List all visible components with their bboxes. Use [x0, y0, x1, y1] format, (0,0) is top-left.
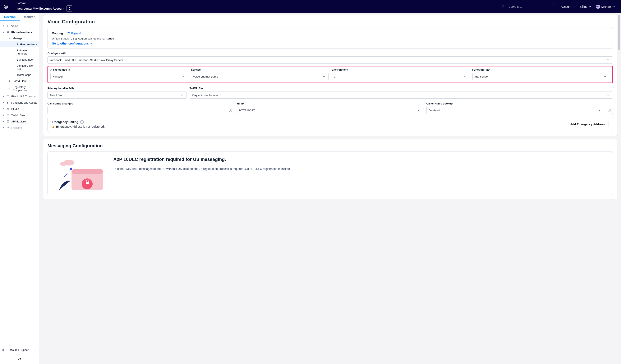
user-name-label: Michael [601, 5, 611, 8]
http-label: HTTP [237, 102, 423, 105]
sidebar-item-label: Voice [11, 24, 37, 28]
svg-point-23 [69, 33, 69, 33]
emergency-title: Emergency Calling [52, 120, 78, 124]
sidebar-item-label: TwiML Bins [11, 114, 37, 117]
fn-icon [6, 101, 10, 104]
sidebar-item-twiml-bins[interactable]: TwiML Bins [0, 112, 39, 118]
svg-point-19 [34, 348, 35, 349]
phone-icon [6, 24, 10, 28]
regional-chip: Regional [65, 31, 83, 35]
routing-status-text: United States (US1) Region call routing … [52, 37, 608, 40]
sidebar-item-phone-numbers[interactable]: Phone Numbers [0, 29, 39, 35]
chevron-down-icon [603, 75, 608, 78]
network-icon [67, 32, 70, 34]
a2p-title: A2P 10DLC registration required for US m… [113, 157, 608, 162]
highlighted-function-row: A call comes in Function Service voice-c… [48, 66, 613, 83]
chevron-right-icon [2, 25, 5, 27]
account-switcher-button[interactable] [67, 5, 72, 12]
sidebar-item-active-numbers[interactable]: Active numbers [0, 41, 39, 48]
kebab-menu-icon[interactable] [33, 347, 37, 353]
sidebar-item-label: Port & Host [13, 79, 37, 83]
chevron-right-icon [2, 114, 5, 116]
chevron-down-icon [605, 59, 611, 61]
jump-to-search[interactable] [500, 3, 554, 10]
configure-with-label: Configure with [48, 52, 613, 55]
scrollbar-thumb[interactable] [618, 15, 620, 50]
sidebar: Develop Monitor VoicePhone NumbersManage… [0, 13, 39, 364]
add-emergency-address-button[interactable]: Add Emergency Address [567, 121, 608, 128]
sidebar-item-port-host[interactable]: Port & Host [0, 78, 39, 84]
studio-icon [6, 107, 10, 111]
user-menu[interactable]: MC Michael [593, 5, 617, 9]
service-select[interactable]: voice-chatgpt-demo [191, 73, 329, 80]
globe-icon [2, 348, 5, 352]
sidebar-item-twiml-apps[interactable]: TwiML apps [0, 72, 39, 78]
collapse-sidebar-button[interactable] [0, 354, 39, 364]
account-link[interactable]: mcarpenter@twilio.com's Account [17, 7, 64, 10]
svg-point-25 [69, 34, 69, 34]
call-status-input[interactable] [48, 107, 227, 114]
twiml-bin-select[interactable]: Play epic sax forever [190, 92, 613, 99]
sidebar-item-verified-caller-ids[interactable]: Verified Caller IDs [0, 63, 39, 72]
primary-handler-select[interactable]: Twiml Bin [48, 92, 187, 99]
svg-rect-13 [8, 108, 9, 109]
twiml-bin-value: Play epic sax forever [192, 94, 606, 97]
call-status-label: Call status changes [48, 102, 234, 105]
sidebar-item-voice[interactable]: Voice [0, 23, 39, 29]
environment-select[interactable]: ui [332, 73, 469, 80]
account-menu-label: Account [561, 5, 571, 8]
info-icon[interactable]: i [606, 107, 613, 114]
sidebar-item-buy-a-number[interactable]: Buy a number [0, 57, 39, 63]
svg-rect-11 [7, 96, 9, 97]
routing-label: Routing [52, 32, 63, 35]
chevron-right-icon [2, 95, 5, 97]
billing-menu[interactable]: Billing [577, 5, 593, 8]
sip-icon [6, 95, 10, 98]
sidebar-item-studio[interactable]: Studio [0, 106, 39, 112]
routing-card: Routing Regional United States (US1) Reg… [48, 28, 613, 49]
chevron-down-icon [321, 75, 326, 78]
twiml-bin-label: TwiML Bin [190, 87, 613, 90]
sidebar-item-manage[interactable]: Manage [0, 35, 39, 41]
sidebar-item-label: Functions and Assets [11, 101, 37, 104]
chevron-right-icon [2, 127, 5, 129]
page-title: Voice Configuration [48, 19, 613, 25]
sidebar-item-label: Studio [11, 107, 37, 111]
a-call-comes-in-select[interactable]: Function [50, 73, 188, 80]
search-input[interactable] [507, 3, 554, 10]
go-other-config-label: Go to other configurations [52, 42, 89, 45]
svg-point-0 [4, 5, 8, 8]
sidebar-item-frontline[interactable]: Frontline [0, 125, 39, 131]
sidebar-item-label: Verified Caller IDs [17, 64, 37, 70]
sidebar-item-api-explorer[interactable]: API Explorer [0, 118, 39, 125]
chevron-right-icon [2, 108, 5, 110]
http-method-select[interactable]: HTTP POST [237, 107, 423, 114]
search-icon[interactable] [500, 3, 507, 10]
chevron-down-icon [8, 37, 11, 39]
sidebar-item-released-numbers[interactable]: Released numbers [0, 48, 39, 57]
a-call-comes-in-label: A call comes in [50, 68, 188, 71]
go-other-config-link[interactable]: Go to other configurations [52, 42, 608, 45]
sidebar-nav: VoicePhone NumbersManageActive numbersRe… [0, 21, 39, 345]
svg-rect-16 [7, 120, 9, 122]
caller-lookup-select[interactable]: Disabled [426, 107, 604, 114]
tab-develop[interactable]: Develop [0, 13, 20, 21]
chevron-right-icon [2, 101, 5, 104]
info-icon[interactable]: i [227, 107, 234, 114]
sidebar-item-elastic-sip-trunking[interactable]: Elastic SIP Trunking [0, 93, 39, 99]
chevron-down-icon [597, 109, 602, 112]
docs-support[interactable]: Docs and Support [0, 345, 39, 354]
service-value: voice-chatgpt-demo [193, 75, 322, 78]
sidebar-item-regulatory-compliance[interactable]: Regulatory Compliance [0, 84, 39, 93]
tab-monitor[interactable]: Monitor [20, 13, 39, 21]
sidebar-item-functions-and-assets[interactable]: Functions and Assets [0, 99, 39, 106]
breadcrumb: Console mcarpenter@twilio.com's Account [12, 2, 72, 12]
configure-with-select[interactable]: Webhook, TwiML Bin, Function, Studio Flo… [48, 56, 613, 64]
account-menu[interactable]: Account [558, 5, 577, 8]
twilio-logo[interactable] [0, 0, 12, 13]
svg-point-27 [60, 162, 67, 166]
svg-rect-29 [71, 169, 103, 174]
function-path-select[interactable]: /transcribe [472, 73, 610, 80]
environment-value: ui [334, 75, 462, 78]
info-icon[interactable]: i [80, 120, 84, 124]
